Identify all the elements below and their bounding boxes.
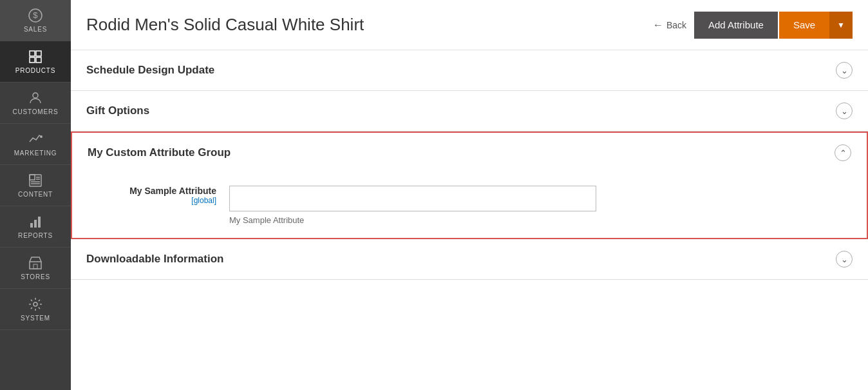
section-custom-attribute-group: My Custom Attribute Group ⌃ My Sample At… — [71, 132, 868, 239]
section-title-gift-options: Gift Options — [86, 104, 149, 117]
svg-rect-4 — [30, 57, 35, 63]
sidebar-item-label-system: SYSTEM — [21, 315, 50, 322]
chevron-up-icon-custom: ⌃ — [835, 144, 851, 161]
back-arrow-icon: ← — [653, 19, 663, 31]
attribute-hint: My Sample Attribute — [229, 215, 851, 225]
content-area: Schedule Design Update ⌄ Gift Options ⌄ … — [71, 50, 868, 390]
section-header-gift-options[interactable]: Gift Options ⌄ — [71, 91, 868, 131]
chevron-down-icon-schedule: ⌄ — [836, 62, 853, 79]
chevron-down-icon-downloadable: ⌄ — [836, 251, 853, 268]
svg-point-19 — [33, 302, 37, 306]
section-header-schedule-design-update[interactable]: Schedule Design Update ⌄ — [71, 50, 868, 90]
svg-point-7 — [40, 135, 42, 138]
svg-rect-5 — [36, 57, 41, 63]
back-label: Back — [666, 20, 686, 30]
attribute-label-name: My Sample Attribute — [88, 186, 216, 196]
svg-rect-8 — [30, 175, 41, 186]
sidebar-item-products[interactable]: PRODUCTS — [0, 41, 71, 83]
sidebar-item-label-products: PRODUCTS — [15, 67, 56, 74]
sidebar-item-label-customers: CUSTOMERS — [13, 108, 59, 115]
sidebar-item-label-reports: REPORTS — [18, 232, 53, 239]
page-title: Rodid Men's Solid Casual White Shirt — [86, 15, 653, 35]
section-downloadable-information: Downloadable Information ⌄ — [71, 239, 868, 280]
svg-rect-3 — [36, 51, 41, 56]
attribute-input[interactable] — [229, 186, 596, 211]
sidebar-item-label-content: CONTENT — [18, 191, 53, 198]
attribute-label-scope: [global] — [88, 196, 216, 205]
sidebar: $ SALES PRODUCTS CUSTOMERS — [0, 0, 71, 390]
section-header-downloadable-information[interactable]: Downloadable Information ⌄ — [71, 239, 868, 279]
section-header-custom-attribute-group[interactable]: My Custom Attribute Group ⌃ — [72, 133, 867, 173]
svg-rect-17 — [30, 262, 41, 269]
section-gift-options: Gift Options ⌄ — [71, 91, 868, 132]
sidebar-item-stores[interactable]: STORES — [0, 248, 71, 289]
sidebar-item-label-sales: SALES — [24, 26, 47, 33]
sidebar-item-system[interactable]: SYSTEM — [0, 289, 71, 330]
svg-rect-14 — [30, 223, 33, 228]
svg-rect-2 — [30, 51, 35, 56]
svg-rect-16 — [38, 217, 41, 228]
sidebar-item-reports[interactable]: REPORTS — [0, 206, 71, 248]
save-button-group: Save ▼ — [779, 12, 853, 39]
attribute-input-column: My Sample Attribute — [229, 186, 851, 225]
sidebar-item-label-stores: STORES — [21, 273, 50, 280]
stores-icon — [28, 255, 43, 271]
save-button[interactable]: Save — [779, 12, 829, 39]
section-schedule-design-update: Schedule Design Update ⌄ — [71, 50, 868, 91]
reports-icon — [28, 214, 43, 229]
section-title-schedule-design-update: Schedule Design Update — [86, 64, 214, 77]
sidebar-item-content[interactable]: CONTENT — [0, 165, 71, 206]
main-content: Rodid Men's Solid Casual White Shirt ← B… — [71, 0, 868, 390]
add-attribute-button[interactable]: Add Attribute — [694, 12, 778, 39]
system-icon — [28, 297, 43, 312]
section-title-downloadable-information: Downloadable Information — [86, 253, 223, 266]
svg-rect-9 — [30, 175, 35, 180]
section-title-custom-attribute-group: My Custom Attribute Group — [88, 146, 231, 159]
svg-text:$: $ — [33, 10, 38, 20]
chevron-down-icon-gift: ⌄ — [836, 102, 853, 119]
customers-icon — [28, 90, 43, 106]
save-dropdown-button[interactable]: ▼ — [829, 12, 853, 39]
sales-icon: $ — [28, 8, 43, 23]
sidebar-item-sales[interactable]: $ SALES — [0, 0, 71, 41]
attribute-label-column: My Sample Attribute [global] — [88, 186, 229, 205]
products-icon — [28, 49, 43, 64]
back-button[interactable]: ← Back — [653, 19, 686, 31]
content-icon — [28, 173, 43, 188]
sidebar-item-marketing[interactable]: MARKETING — [0, 124, 71, 165]
attribute-form: My Sample Attribute [global] My Sample A… — [72, 173, 867, 238]
svg-rect-18 — [33, 264, 37, 269]
sidebar-item-customers[interactable]: CUSTOMERS — [0, 83, 71, 124]
svg-point-6 — [33, 93, 38, 98]
header: Rodid Men's Solid Casual White Shirt ← B… — [71, 0, 868, 50]
marketing-icon — [28, 132, 43, 147]
svg-rect-15 — [34, 220, 37, 228]
sidebar-item-label-marketing: MARKETING — [14, 150, 57, 157]
